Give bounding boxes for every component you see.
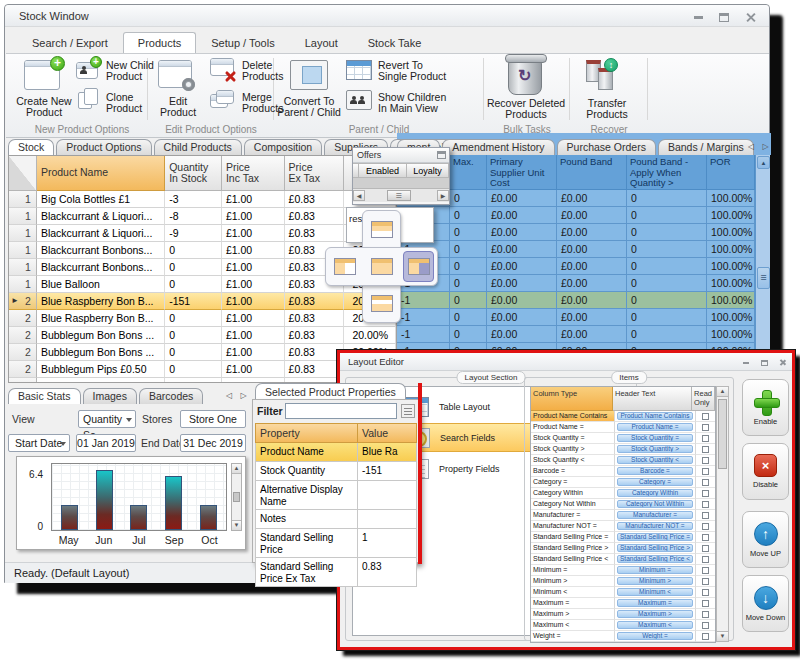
cell-property[interactable]: Standard Selling Price: [255, 529, 358, 558]
column-header-price-ex[interactable]: Price Ex Tax: [285, 156, 345, 191]
cell-pound-band[interactable]: £0.00: [557, 241, 627, 258]
cell-por[interactable]: 100.00%: [707, 275, 755, 292]
cell-column-type[interactable]: Category Within: [531, 488, 615, 499]
cell-price-inc[interactable]: £1.00: [222, 208, 285, 225]
cell-read-only[interactable]: [696, 433, 715, 444]
cell-price-ex[interactable]: £0.83: [285, 191, 345, 208]
cell-column-type[interactable]: Standard Selling Price <: [531, 554, 615, 565]
document-tab[interactable]: Stock: [8, 139, 54, 155]
cell-property[interactable]: Product Name: [255, 443, 358, 462]
cell-supplier-cost[interactable]: £0.00: [487, 275, 557, 292]
cell-header-text[interactable]: Maximum <: [615, 620, 696, 631]
cell-price-ex[interactable]: £0.83: [285, 310, 345, 327]
offers-column-loyalty[interactable]: Loyalty: [407, 163, 449, 178]
cell-read-only[interactable]: [696, 565, 715, 576]
grid-vertical-scrollbar[interactable]: ▲ ☰: [755, 155, 770, 383]
cell-price-ex[interactable]: £0.83: [285, 293, 345, 310]
scrollbar-track[interactable]: ☰: [365, 190, 437, 201]
read-only-checkbox[interactable]: [702, 457, 709, 464]
cell-min[interactable]: -1: [397, 292, 450, 309]
close-button[interactable]: [741, 11, 759, 23]
cell-header-text[interactable]: Category =: [615, 477, 696, 488]
cell-por[interactable]: 100.00%: [707, 258, 755, 275]
column-header-property[interactable]: Property: [255, 423, 358, 443]
cell-price-inc[interactable]: £1.00: [222, 327, 285, 344]
row-header-cell[interactable]: ►1: [9, 225, 37, 242]
cell-quantity[interactable]: 0: [165, 242, 222, 259]
cell-por[interactable]: 100.00%: [707, 190, 755, 207]
cell-read-only[interactable]: [696, 587, 715, 598]
dialog-minimize-button[interactable]: [740, 358, 752, 367]
cell-quantity[interactable]: 0: [165, 327, 222, 344]
cell-supplier-cost[interactable]: £0.00: [487, 190, 557, 207]
cell-header-text[interactable]: Standard Selling Price =: [615, 532, 696, 543]
property-row[interactable]: Product Name Blue Ra: [255, 443, 417, 462]
document-tab[interactable]: Bands / Margins: [658, 139, 754, 155]
selected-product-properties-tab[interactable]: Selected Product Properties: [255, 383, 406, 400]
cell-max[interactable]: 0: [450, 224, 487, 241]
cell-header-text[interactable]: Manufacturer NOT =: [615, 521, 696, 532]
cell-band-apply[interactable]: 0: [627, 224, 707, 241]
table-row[interactable]: -1 0 £0.00 £0.00 0 100.00%: [397, 309, 755, 326]
cell-header-text[interactable]: Maximum >: [615, 609, 696, 620]
header-text-button[interactable]: Barcode =: [617, 467, 693, 475]
items-grid-row[interactable]: Maximum > Maximum >: [531, 609, 715, 620]
header-text-button[interactable]: Standard Selling Price =: [617, 533, 693, 541]
cell-header-text[interactable]: Minimum =: [615, 565, 696, 576]
cell-price-ex[interactable]: £0.83: [285, 361, 345, 378]
items-grid-row[interactable]: Maximum < Maximum <: [531, 620, 715, 631]
cell-read-only[interactable]: [696, 455, 715, 466]
cell-quantity[interactable]: -3: [165, 191, 222, 208]
cell-pound-band[interactable]: £0.00: [557, 275, 627, 292]
cell-pound-band[interactable]: £0.00: [557, 326, 627, 343]
cell-product-name[interactable]: Blackcurrant Bonbons...: [37, 242, 165, 259]
cell-pound-band[interactable]: £0.00: [557, 224, 627, 241]
cell-header-text[interactable]: Category Not Within: [615, 499, 696, 510]
table-row[interactable]: -1 0 £0.00 £0.00 0 100.00%: [397, 275, 755, 292]
maximize-button[interactable]: [715, 11, 733, 23]
cell-column-type[interactable]: Minimum >: [531, 576, 615, 587]
cell-read-only[interactable]: [696, 554, 715, 565]
read-only-checkbox[interactable]: [702, 435, 709, 442]
cell-por[interactable]: 100.00%: [707, 326, 755, 343]
cell-supplier-cost[interactable]: £0.00: [487, 224, 557, 241]
cell-property[interactable]: Alternative Display Name: [255, 481, 358, 510]
cell-column-type[interactable]: Barcode =: [531, 466, 615, 477]
items-grid-row[interactable]: Stock Quantity = Stock Quantity =: [531, 433, 715, 444]
scroll-left-icon[interactable]: ◀: [353, 190, 365, 201]
cell-max[interactable]: 0: [450, 275, 487, 292]
read-only-checkbox[interactable]: [702, 589, 709, 596]
row-header-cell[interactable]: ►1: [9, 208, 37, 225]
cell-value[interactable]: 0.83: [358, 558, 417, 587]
column-header-read-only[interactable]: Read Only: [692, 387, 715, 411]
cell-quantity[interactable]: -9: [165, 225, 222, 242]
cell-property[interactable]: Stock Quantity: [255, 462, 358, 481]
row-header-cell[interactable]: ►2: [9, 344, 37, 361]
table-row[interactable]: ►1 Big Cola Bottles £1 -3 £1.00 £0.83 20…: [9, 191, 396, 208]
scrollbar-thumb[interactable]: [233, 492, 240, 502]
cell-product-name[interactable]: Bubblegum Bon Bons ...: [37, 327, 165, 344]
scroll-right-icon[interactable]: ▶: [437, 190, 449, 201]
header-text-button[interactable]: Stock Quantity >: [617, 445, 693, 453]
items-grid-row[interactable]: Minimum = Minimum =: [531, 565, 715, 576]
cell-column-type[interactable]: Weight =: [531, 631, 615, 642]
header-text-button[interactable]: Standard Selling Price <: [617, 555, 693, 563]
header-text-button[interactable]: Minimum =: [617, 566, 693, 574]
restore-icon[interactable]: [437, 151, 446, 159]
items-grid-row[interactable]: Stock Quantity < Stock Quantity <: [531, 455, 715, 466]
document-tab[interactable]: Composition: [244, 139, 322, 155]
cell-pound-band[interactable]: £0.00: [557, 207, 627, 224]
cell-price-inc[interactable]: £1.00: [222, 344, 285, 361]
cell-pound-band[interactable]: £0.00: [557, 309, 627, 326]
cell-supplier-cost[interactable]: £0.00: [487, 309, 557, 326]
table-row[interactable]: ►2 Bubblegum Bon Bons ... 0 £1.00 £0.83 …: [9, 327, 396, 344]
header-text-button[interactable]: Manufacturer =: [617, 511, 693, 519]
items-grid-row[interactable]: Manufacturer = Manufacturer =: [531, 510, 715, 521]
cell-read-only[interactable]: [696, 609, 715, 620]
cell-product-name[interactable]: Blackcurrant & Liquori...: [37, 208, 165, 225]
cell-header-text[interactable]: Stock Quantity >: [615, 444, 696, 455]
read-only-checkbox[interactable]: [702, 622, 709, 629]
minimize-button[interactable]: [689, 11, 707, 23]
cell-column-type[interactable]: Minimum <: [531, 587, 615, 598]
header-text-button[interactable]: Weight =: [617, 632, 693, 640]
